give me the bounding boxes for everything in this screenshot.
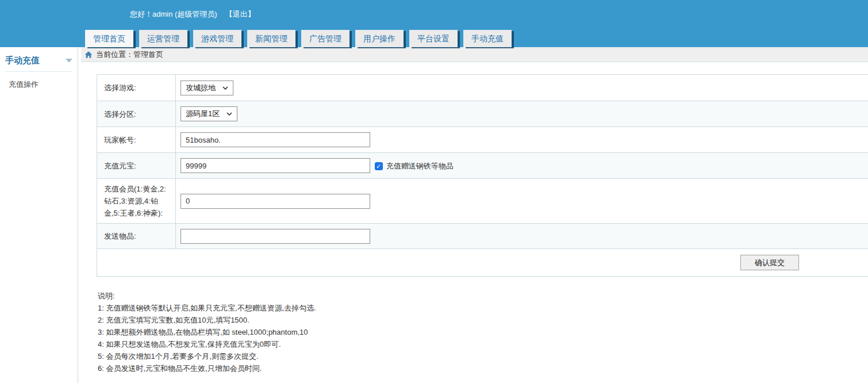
- gift-items-checkbox[interactable]: ✓: [375, 162, 383, 170]
- note-line-1: 1: 充值赠送钢铁等默认开启,如果只充元宝,不想赠送资源,去掉勾选.: [98, 302, 868, 314]
- greeting-text: 您好！admin (超级管理员): [130, 9, 217, 20]
- send-items-input[interactable]: [180, 229, 370, 244]
- breadcrumb: 当前位置：管理首页: [81, 47, 868, 62]
- tab-platform-settings[interactable]: 平台设置: [409, 30, 458, 47]
- player-account-input[interactable]: [180, 132, 370, 147]
- sidebar-section-title: 手动充值: [5, 55, 40, 66]
- tab-game-mgmt[interactable]: 游戏管理: [193, 30, 241, 47]
- notes-title: 说明:: [98, 290, 868, 302]
- game-select-value: 攻城掠地: [186, 83, 216, 93]
- zone-select-label: 选择分区:: [97, 101, 176, 127]
- ingot-amount-input[interactable]: [180, 158, 370, 173]
- vip-level-input[interactable]: [180, 194, 370, 209]
- chevron-down-icon: [222, 86, 228, 90]
- note-line-6: 6: 会员发送时,元宝和物品不生效,只增加会员时间.: [98, 362, 868, 374]
- note-line-4: 4: 如果只想发送物品,不想发元宝,保持充值元宝为0即可.: [98, 338, 868, 350]
- send-items-label: 发送物品:: [97, 224, 176, 249]
- tab-operation-mgmt[interactable]: 运营管理: [139, 30, 187, 47]
- chevron-down-icon: [226, 112, 232, 116]
- player-account-label: 玩家帐号:: [97, 127, 176, 153]
- game-select-label: 选择游戏:: [97, 75, 176, 101]
- tab-admin-home[interactable]: 管理首页: [85, 30, 133, 47]
- note-line-5: 5: 会员每次增加1个月,若要多个月,则需多次提交.: [98, 350, 868, 362]
- home-icon: [85, 51, 93, 59]
- vip-level-label: 充值会员(1:黄金,2:钻石,3:资源,4:铂金,5:王者,6:神豪):: [97, 179, 176, 224]
- confirm-submit-button[interactable]: 确认提交: [740, 255, 799, 270]
- note-line-3: 3: 如果想额外赠送物品,在物品栏填写,如 steel,1000;phantom…: [98, 326, 868, 338]
- tab-news-mgmt[interactable]: 新闻管理: [247, 30, 295, 47]
- zone-select-value: 源码屋1区: [186, 109, 220, 119]
- sidebar-section-manual-recharge[interactable]: 手动充值: [5, 55, 72, 72]
- sidebar: 手动充值 充值操作: [0, 47, 78, 383]
- breadcrumb-text: 当前位置：管理首页: [96, 49, 163, 60]
- page-root: 您好！admin (超级管理员) 【退出】 管理首页 运营管理 游戏管理 新闻管…: [0, 0, 868, 383]
- ingot-amount-label: 充值元宝:: [97, 153, 176, 179]
- gift-items-checkbox-label: 充值赠送钢铁等物品: [386, 161, 454, 171]
- top-header: 您好！admin (超级管理员) 【退出】 管理首页 运营管理 游戏管理 新闻管…: [0, 0, 868, 47]
- game-select[interactable]: 攻城掠地: [180, 81, 233, 95]
- tab-ad-mgmt[interactable]: 广告管理: [301, 30, 349, 47]
- user-greeting: 您好！admin (超级管理员) 【退出】: [130, 9, 255, 20]
- main-content: 当前位置：管理首页 选择游戏: 攻城掠地 选择分区:: [78, 47, 868, 383]
- checkmark-icon: ✓: [376, 162, 381, 170]
- notes-section: 说明: 1: 充值赠送钢铁等默认开启,如果只充元宝,不想赠送资源,去掉勾选. 2…: [98, 290, 868, 374]
- tab-manual-recharge[interactable]: 手动充值: [463, 30, 512, 47]
- chevron-down-icon: [66, 59, 72, 63]
- tab-user-ops[interactable]: 用户操作: [355, 30, 404, 47]
- note-line-2: 2: 充值元宝填写元宝数,如充值10元,填写1500.: [98, 314, 868, 326]
- main-nav: 管理首页 运营管理 游戏管理 新闻管理 广告管理 用户操作 平台设置 手动充值: [85, 30, 517, 47]
- zone-select[interactable]: 源码屋1区: [180, 106, 237, 121]
- logout-link[interactable]: 【退出】: [225, 9, 255, 20]
- sidebar-item-recharge-operation[interactable]: 充值操作: [0, 72, 78, 90]
- recharge-form: 选择游戏: 攻城掠地 选择分区: 源码屋1区: [97, 74, 868, 277]
